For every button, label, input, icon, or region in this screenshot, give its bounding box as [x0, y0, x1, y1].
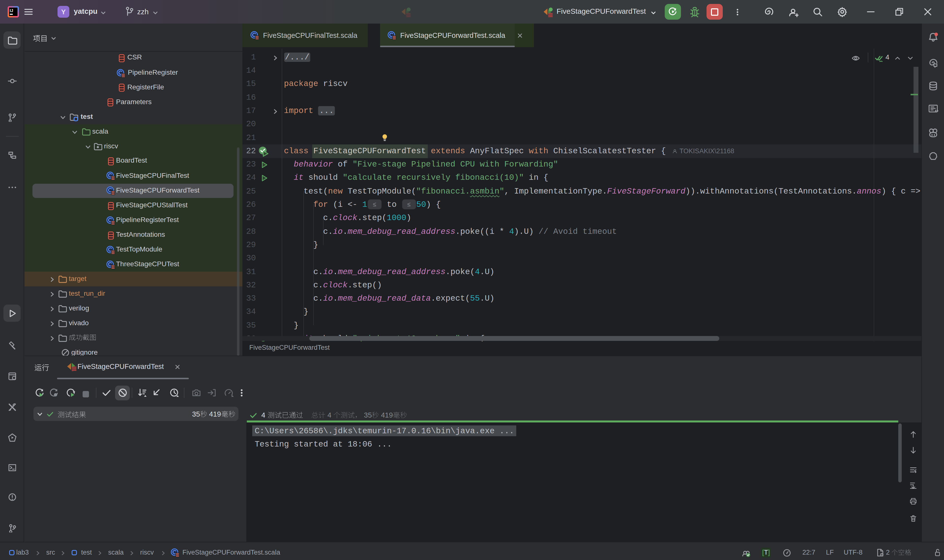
svg-text:IJ: IJ: [10, 8, 13, 13]
